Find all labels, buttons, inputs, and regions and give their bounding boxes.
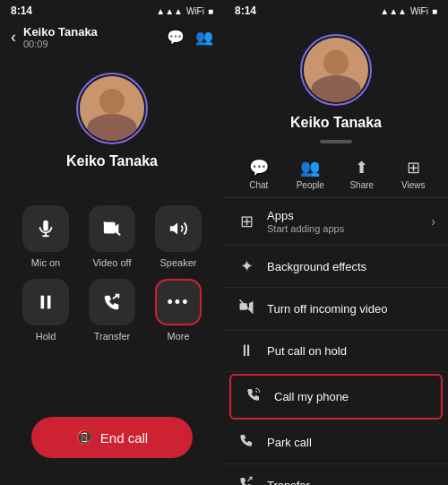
call-my-phone-title: Call my phone <box>274 390 428 403</box>
hold-label: Hold <box>36 331 56 342</box>
chat-tab-icon: 💬 <box>249 158 269 178</box>
right-panel: 8:14 ▲▲▲ WiFi ■ Keiko Tanaka 💬 Chat 👥 Pe… <box>224 0 448 485</box>
share-tab-icon: ⬆ <box>355 158 368 178</box>
hold-icon <box>36 292 56 312</box>
svg-line-10 <box>248 477 253 481</box>
speaker-label: Speaker <box>160 257 197 268</box>
signal-icons-right: ▲▲▲ WiFi ■ <box>380 6 437 16</box>
video-off-menu-icon <box>238 299 254 315</box>
mic-button[interactable]: Mic on <box>18 205 73 268</box>
menu-item-background[interactable]: ✦ Background effects <box>224 246 448 288</box>
menu-item-apps[interactable]: ⊞ Apps Start adding apps › <box>224 198 448 246</box>
more-button[interactable]: ••• More <box>151 279 206 342</box>
time-right: 8:14 <box>235 4 256 17</box>
wifi-icon-right: WiFi <box>410 6 428 16</box>
hold-text: Put call on hold <box>267 344 435 358</box>
share-tab-label: Share <box>349 180 374 190</box>
more-label: More <box>167 331 189 342</box>
svg-rect-0 <box>43 221 48 231</box>
speaker-icon-container <box>155 205 202 252</box>
video-label: Video off <box>92 257 131 268</box>
transfer-text: Transfer <box>267 479 435 485</box>
park-call-icon <box>237 432 256 453</box>
menu-item-hold[interactable]: ⏸ Put call on hold <box>224 331 448 372</box>
transfer-button[interactable]: Transfer <box>84 279 140 342</box>
more-icon-container: ••• <box>155 279 202 325</box>
menu-item-transfer[interactable]: Transfer <box>224 464 448 485</box>
transfer-icon-container <box>89 279 135 325</box>
chat-icon[interactable]: 💬 <box>167 29 185 46</box>
end-call-button[interactable]: 📵 End call <box>31 417 193 458</box>
transfer-icon <box>102 292 122 312</box>
apps-arrow-icon: › <box>431 214 435 229</box>
transfer-phone-icon <box>238 475 254 485</box>
caller-name-left: Keiko Tanaka <box>66 153 158 169</box>
svg-marker-3 <box>170 223 177 235</box>
controls-grid: Mic on Video off Speaker <box>0 191 224 356</box>
tab-people[interactable]: 👥 People <box>285 158 337 190</box>
apps-text: Apps Start adding apps <box>267 209 420 234</box>
back-button[interactable]: ‹ <box>11 28 16 47</box>
avatar-section-left: Keiko Tanaka <box>0 55 224 184</box>
status-bar-right: 8:14 ▲▲▲ WiFi ■ <box>224 0 448 22</box>
avatar-right <box>304 38 368 102</box>
transfer-label: Transfer <box>94 331 131 342</box>
call-header: ‹ Keiko Tanaka 00:09 💬 👥 <box>0 22 224 55</box>
views-tab-icon: ⊞ <box>407 158 420 178</box>
apps-subtitle: Start adding apps <box>267 223 420 234</box>
signal-icon: ▲▲▲ <box>156 6 183 16</box>
hold-title: Put call on hold <box>267 344 435 358</box>
mic-icon <box>36 219 56 238</box>
menu-item-incoming-video[interactable]: Turn off incoming video <box>224 288 448 331</box>
speaker-icon <box>168 219 188 238</box>
drag-handle <box>320 140 352 143</box>
call-my-phone-text: Call my phone <box>274 390 428 403</box>
people-tab-label: People <box>297 180 324 190</box>
video-button[interactable]: Video off <box>84 205 140 268</box>
call-duration: 00:09 <box>23 39 167 49</box>
menu-item-park-call[interactable]: Park call <box>224 421 448 464</box>
call-my-phone-icon <box>244 386 263 407</box>
mic-icon-container <box>22 205 69 252</box>
bottom-tabs: 💬 Chat 👥 People ⬆ Share ⊞ Views <box>224 151 448 198</box>
avatar-face-right <box>304 38 368 102</box>
menu-list: ⊞ Apps Start adding apps › ✦ Background … <box>224 198 448 485</box>
apps-icon: ⊞ <box>237 212 256 231</box>
left-panel: 8:14 ▲▲▲ WiFi ■ ‹ Keiko Tanaka 00:09 💬 👥… <box>0 0 224 485</box>
incoming-video-title: Turn off incoming video <box>267 302 435 316</box>
tab-chat[interactable]: 💬 Chat <box>233 158 285 190</box>
caller-name-right: Keiko Tanaka <box>290 115 382 131</box>
speaker-button[interactable]: Speaker <box>151 205 206 268</box>
views-tab-label: Views <box>401 180 426 190</box>
menu-item-call-my-phone[interactable]: Call my phone <box>229 374 443 420</box>
svg-rect-5 <box>47 296 51 309</box>
hold-button[interactable]: Hold <box>18 279 73 342</box>
transfer-menu-icon <box>237 475 256 485</box>
tab-share[interactable]: ⬆ Share <box>336 158 388 190</box>
transfer-title: Transfer <box>267 479 435 485</box>
end-call-phone-icon: 📵 <box>76 429 93 446</box>
end-call-section: 📵 End call <box>0 417 224 458</box>
park-call-title: Park call <box>267 436 435 449</box>
background-text: Background effects <box>267 260 435 273</box>
signal-icons-left: ▲▲▲ WiFi ■ <box>156 6 213 16</box>
call-info: Keiko Tanaka 00:09 <box>23 25 167 49</box>
wifi-icon: WiFi <box>186 6 204 16</box>
avatar-left <box>80 76 144 141</box>
contacts-icon[interactable]: 👥 <box>195 29 213 46</box>
svg-rect-4 <box>41 296 45 309</box>
header-icons: 💬 👥 <box>167 29 213 46</box>
avatar-ring-left <box>76 73 148 144</box>
battery-icon: ■ <box>208 6 213 16</box>
avatar-face-left <box>80 76 144 141</box>
tab-views[interactable]: ⊞ Views <box>388 158 440 190</box>
end-call-label: End call <box>100 430 148 446</box>
park-call-text: Park call <box>267 436 435 449</box>
video-icon-container <box>89 205 135 252</box>
more-icon: ••• <box>168 293 190 312</box>
apps-title: Apps <box>267 209 420 222</box>
incoming-video-icon <box>237 299 256 319</box>
time-left: 8:14 <box>11 4 32 17</box>
avatar-ring-right <box>300 34 372 106</box>
hold-menu-icon: ⏸ <box>237 342 256 360</box>
